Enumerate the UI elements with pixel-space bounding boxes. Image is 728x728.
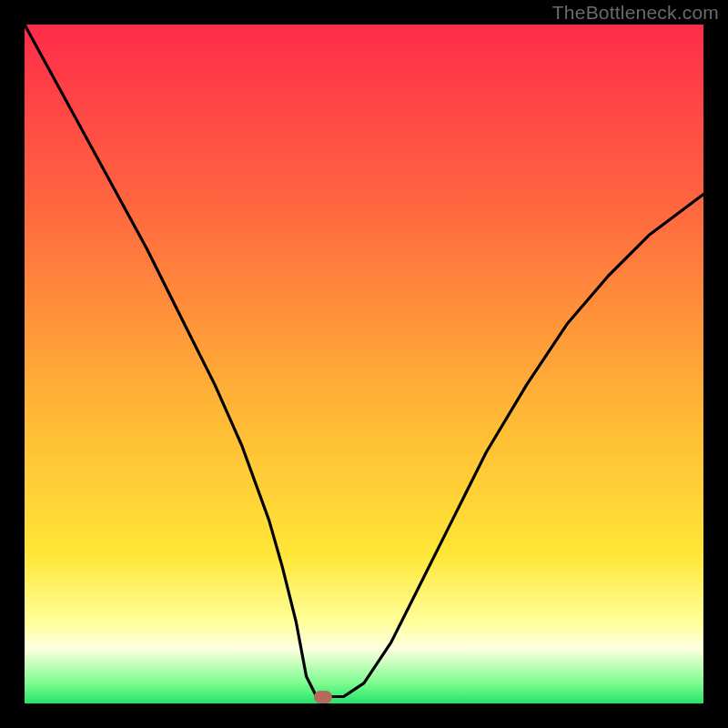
watermark-text: TheBottleneck.com [552,2,719,24]
chart-frame: TheBottleneck.com [0,0,728,728]
plot-area [25,25,703,703]
optimal-marker [314,691,332,703]
